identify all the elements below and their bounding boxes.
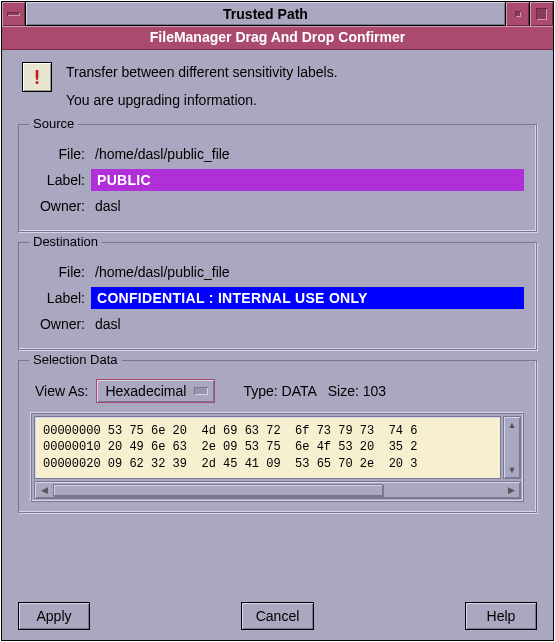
selection-legend: Selection Data: [29, 352, 122, 367]
vertical-scrollbar[interactable]: ▲ ▼: [503, 416, 521, 479]
type-label: Type:: [243, 383, 277, 399]
source-group: Source File: /home/dasl/public_file Labe…: [18, 124, 537, 232]
source-label-label: Label:: [31, 172, 85, 188]
dialog-content: ! Transfer between different sensitivity…: [2, 50, 553, 594]
destination-file-value: /home/dasl/public_file: [91, 262, 524, 282]
scroll-up-arrow-icon[interactable]: ▲: [506, 419, 518, 431]
type-value: DATA: [282, 383, 317, 399]
alert-icon: !: [22, 62, 52, 92]
horizontal-scrollbar[interactable]: ◀ ▶: [34, 481, 521, 499]
destination-group: Destination File: /home/dasl/public_file…: [18, 242, 537, 350]
viewas-value: Hexadecimal: [105, 383, 186, 399]
destination-sensitivity-label: CONFIDENTIAL : INTERNAL USE ONLY: [91, 287, 524, 309]
cancel-button[interactable]: Cancel: [241, 602, 315, 630]
hexdump-view[interactable]: 00000000 53 75 6e 20 4d 69 63 72 6f 73 7…: [34, 416, 501, 479]
selection-data-group: Selection Data View As: Hexadecimal Type…: [18, 360, 537, 513]
titlebar: Trusted Path: [2, 2, 553, 26]
source-sensitivity-label: PUBLIC: [91, 169, 524, 191]
maximize-button[interactable]: [529, 2, 553, 26]
apply-button[interactable]: Apply: [18, 602, 90, 630]
dropdown-indicator-icon: [194, 387, 208, 395]
window-menu-button[interactable]: [2, 2, 26, 26]
destination-owner-label: Owner:: [31, 316, 85, 332]
size-value: 103: [363, 383, 386, 399]
dialog-subtitle: FileManager Drag And Drop Confirmer: [2, 26, 553, 50]
scroll-thumb[interactable]: [53, 484, 383, 496]
source-legend: Source: [29, 116, 78, 131]
hexdump-container: 00000000 53 75 6e 20 4d 69 63 72 6f 73 7…: [31, 413, 524, 502]
source-file-label: File:: [31, 146, 85, 162]
button-bar: Apply Cancel Help: [2, 594, 553, 640]
scroll-left-arrow-icon[interactable]: ◀: [37, 483, 51, 497]
message-line-1: Transfer between different sensitivity l…: [66, 63, 537, 83]
help-button[interactable]: Help: [465, 602, 537, 630]
destination-label-label: Label:: [31, 290, 85, 306]
scroll-down-arrow-icon[interactable]: ▼: [506, 464, 518, 476]
viewas-label: View As:: [35, 383, 88, 399]
source-owner-label: Owner:: [31, 198, 85, 214]
source-file-value: /home/dasl/public_file: [91, 144, 524, 164]
destination-legend: Destination: [29, 234, 102, 249]
message-line-2: You are upgrading information.: [66, 91, 537, 111]
minimize-button[interactable]: [505, 2, 529, 26]
scroll-right-arrow-icon[interactable]: ▶: [504, 483, 518, 497]
viewas-dropdown[interactable]: Hexadecimal: [96, 379, 215, 403]
destination-owner-value: dasl: [91, 314, 524, 334]
window-title: Trusted Path: [26, 2, 505, 25]
size-label: Size:: [328, 383, 359, 399]
dialog-window: Trusted Path FileManager Drag And Drop C…: [1, 1, 554, 641]
source-owner-value: dasl: [91, 196, 524, 216]
destination-file-label: File:: [31, 264, 85, 280]
